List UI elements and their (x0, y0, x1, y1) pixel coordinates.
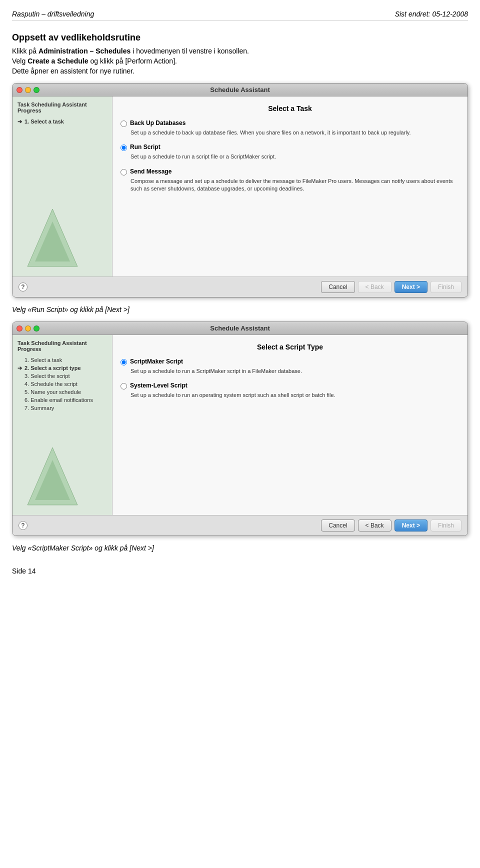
option-scriptmaker-desc: Set up a schedule to run a ScriptMaker s… (130, 368, 460, 375)
dialog1-sidebar: Task Scheduling Assistant Progress 1. Se… (12, 96, 112, 276)
option-systemlevel-desc: Set up a schedule to run an operating sy… (130, 392, 460, 399)
option-backup: Back Up Databases Set up a schedule to b… (120, 120, 460, 136)
radio-sendmessage[interactable] (120, 169, 127, 176)
sidebar1-heading: Task Scheduling Assistant Progress (18, 102, 107, 114)
radio-runscript[interactable] (120, 144, 127, 151)
option-backup-desc: Set up a schedule to back up database fi… (130, 129, 460, 136)
section-heading: Oppsett av vedlikeholdsrutine (12, 32, 468, 43)
radio-scriptmaker[interactable] (120, 359, 127, 366)
page-number: Side 14 (12, 567, 468, 575)
back-button-2[interactable]: < Back (358, 520, 392, 532)
maximize-button-2[interactable] (34, 326, 40, 332)
option-scriptmaker: ScriptMaker Script Set up a schedule to … (120, 358, 460, 375)
sidebar2-item-7: 7. Summary (18, 404, 107, 412)
page-title: Rasputin – driftsveiledning (12, 10, 94, 18)
radio-systemlevel[interactable] (120, 383, 127, 390)
minimize-button-2[interactable] (25, 326, 31, 332)
dialog2-footer: ? Cancel < Back Next > Finish (12, 515, 468, 536)
maximize-button[interactable] (34, 87, 40, 93)
caption2: Velg «ScriptMaker Script» og klikk på [N… (12, 544, 468, 552)
back-button[interactable]: < Back (358, 281, 392, 293)
triangle-decoration (22, 206, 82, 272)
finish-button-2[interactable]: Finish (430, 520, 462, 532)
sidebar2-item-2: 2. Select a script type (18, 364, 107, 372)
sidebar2-item-6: 6. Enable email notifications (18, 396, 107, 404)
option-runscript-desc: Set up a schedule to run a script file o… (130, 153, 460, 160)
help-icon[interactable]: ? (18, 282, 28, 292)
minimize-button[interactable] (25, 87, 31, 93)
section-line1: Klikk på Administration – Schedules i ho… (12, 47, 468, 55)
section-line2: Velg Create a Schedule og klikk på [Perf… (12, 57, 468, 65)
close-button[interactable] (16, 87, 22, 93)
sidebar2-item-4: 4. Schedule the script (18, 380, 107, 388)
dialog2: Schedule Assistant Task Scheduling Assis… (12, 322, 468, 536)
page-date: Sist endret: 05-12-2008 (395, 10, 468, 18)
cancel-button-2[interactable]: Cancel (321, 520, 354, 532)
dialog1-footer: ? Cancel < Back Next > Finish (12, 276, 468, 297)
dialog2-main-title: Select a Script Type (120, 343, 460, 351)
traffic-lights-2 (16, 326, 40, 332)
section-line3: Dette åpner en assistent for nye rutiner… (12, 67, 468, 75)
dialog1-body: Task Scheduling Assistant Progress 1. Se… (12, 96, 468, 276)
help-icon-2[interactable]: ? (18, 521, 28, 530)
option-sendmessage-desc: Compose a message and set up a schedule … (130, 178, 460, 193)
caption1: Velg «Run Script» og klikk på [Next >] (12, 306, 468, 314)
option-runscript: Run Script Set up a schedule to run a sc… (120, 144, 460, 160)
dialog2-titlebar: Schedule Assistant (12, 322, 468, 335)
finish-button[interactable]: Finish (430, 281, 462, 293)
sidebar2-item-5: 5. Name your schedule (18, 388, 107, 396)
dialog1-titlebar: Schedule Assistant (12, 84, 468, 96)
cancel-button[interactable]: Cancel (321, 281, 354, 293)
sidebar2-item-3: 3. Select the script (18, 372, 107, 380)
dialog1-title: Schedule Assistant (210, 86, 270, 94)
page-header: Rasputin – driftsveiledning Sist endret:… (12, 10, 468, 20)
dialog1-main-title: Select a Task (120, 104, 460, 112)
option-systemlevel: System-Level Script Set up a schedule to… (120, 382, 460, 399)
radio-backup[interactable] (120, 120, 127, 127)
dialog2-body: Task Scheduling Assistant Progress 1. Se… (12, 335, 468, 515)
dialog1: Schedule Assistant Task Scheduling Assis… (12, 83, 468, 298)
dialog2-sidebar: Task Scheduling Assistant Progress 1. Se… (12, 335, 112, 515)
sidebar1-item-1: 1. Select a task (18, 118, 107, 126)
sidebar2-heading: Task Scheduling Assistant Progress (18, 340, 107, 352)
option-sendmessage: Send Message Compose a message and set u… (120, 168, 460, 193)
triangle-decoration-2 (22, 445, 82, 510)
dialog2-main: Select a Script Type ScriptMaker Script … (112, 335, 468, 515)
next-button-2[interactable]: Next > (394, 520, 428, 532)
sidebar2-item-1: 1. Select a task (18, 356, 107, 364)
next-button[interactable]: Next > (394, 281, 428, 293)
traffic-lights (16, 87, 40, 93)
dialog2-title: Schedule Assistant (210, 324, 270, 332)
dialog1-main: Select a Task Back Up Databases Set up a… (112, 96, 468, 276)
close-button-2[interactable] (16, 326, 22, 332)
